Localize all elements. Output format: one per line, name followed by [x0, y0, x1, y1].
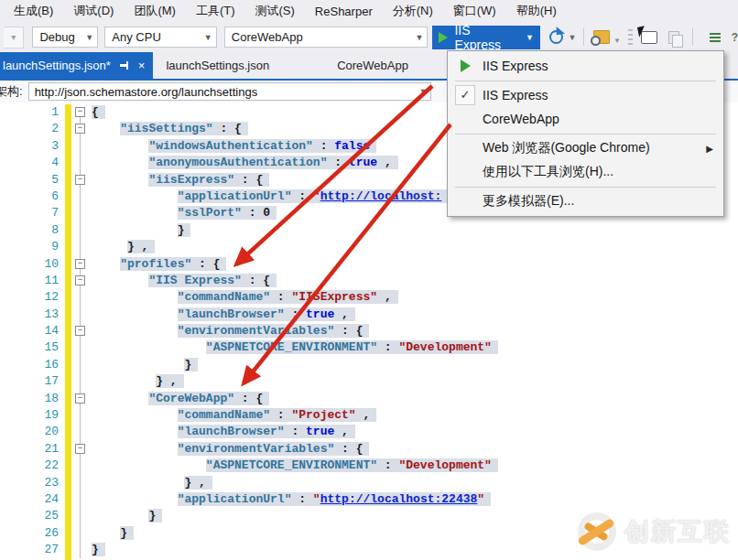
line-number: 26: [0, 525, 59, 542]
run-menu-item[interactable]: IIS Express: [448, 54, 723, 78]
schema-url-value: http://json.schemastore.org/launchsettin…: [29, 85, 417, 99]
watermark-logo-icon: [578, 512, 616, 551]
schema-label: 架构:: [0, 83, 23, 100]
line-number: 19: [0, 407, 59, 424]
start-debugging-label: IIS Express: [454, 23, 517, 52]
fold-toggle-icon[interactable]: −: [75, 259, 85, 269]
solution-configuration-combo[interactable]: Debug ▼: [32, 27, 98, 48]
line-number: 20: [0, 424, 59, 440]
code-line[interactable]: 24 "applicationUrl" : "http://localhost:…: [0, 491, 738, 508]
line-number: 9: [0, 239, 59, 255]
fold-toggle-icon[interactable]: −: [75, 444, 85, 454]
startup-project-combo[interactable]: CoreWebApp ▼: [224, 27, 429, 48]
run-menu-item-label: IIS Express: [483, 88, 548, 102]
pin-icon[interactable]: [120, 60, 130, 70]
menu-item[interactable]: 团队(M): [124, 1, 186, 21]
watermark: 创新互联: [578, 512, 731, 551]
menu-separator: [455, 187, 716, 188]
fold-toggle-icon[interactable]: −: [75, 107, 85, 117]
line-number: 17: [0, 373, 59, 390]
toolbar: ▾ Debug ▼ Any CPU ▼ CoreWebApp ▼ IIS Exp…: [0, 22, 738, 52]
code-line[interactable]: 10− "profiles" : {: [0, 256, 738, 273]
attach-to-process-icon[interactable]: [593, 30, 610, 44]
watermark-text: 创新互联: [624, 515, 731, 548]
menu-item[interactable]: 分析(N): [383, 1, 443, 21]
close-icon[interactable]: ×: [138, 59, 146, 71]
code-line[interactable]: 15 "ASPNETCORE_ENVIRONMENT" : "Developme…: [0, 339, 738, 356]
chevron-down-icon: ▼: [81, 33, 97, 42]
tab-launchsettings-active[interactable]: launchSettings.json* ×: [0, 52, 153, 79]
line-number: 5: [0, 172, 59, 188]
run-menu-item[interactable]: 使用以下工具浏览(H)...: [448, 160, 723, 184]
menu-bar: 生成(B)调试(D)团队(M)工具(T)测试(S)ReSharper分析(N)窗…: [0, 0, 738, 22]
copy-icon[interactable]: [668, 31, 679, 44]
fold-toggle-icon[interactable]: −: [75, 175, 85, 185]
code-line[interactable]: 18− "CoreWebApp" : {: [0, 391, 738, 407]
tab-launchsettings[interactable]: launchSettings.json: [153, 52, 282, 79]
code-line[interactable]: 23 } ,: [0, 475, 738, 491]
fold-toggle-icon[interactable]: −: [75, 326, 85, 336]
menu-item[interactable]: 窗口(W): [443, 1, 506, 21]
refresh-icon[interactable]: [549, 30, 563, 44]
chevron-down-icon[interactable]: ▼: [613, 37, 621, 45]
line-number: 11: [0, 273, 59, 289]
code-text: "anonymousAuthentication" : true ,: [0, 155, 398, 171]
chevron-down-icon: ▼: [526, 33, 534, 42]
submenu-arrow-icon: ▶: [706, 144, 713, 154]
run-menu-item[interactable]: Web 浏览器(Google Chrome)▶: [448, 136, 723, 160]
code-line[interactable]: 17 } ,: [0, 373, 738, 390]
code-text: "ASPNETCORE_ENVIRONMENT" : "Development": [0, 458, 498, 474]
fold-toggle-icon[interactable]: −: [75, 275, 85, 285]
play-icon: [448, 59, 483, 72]
fold-toggle-icon[interactable]: −: [75, 393, 85, 404]
fold-toggle-icon[interactable]: −: [75, 124, 85, 134]
line-number: 12: [0, 289, 59, 306]
line-number: 18: [0, 391, 59, 407]
chevron-down-icon[interactable]: ▼: [569, 33, 577, 42]
solution-configuration-value: Debug: [33, 30, 81, 44]
menu-item[interactable]: 测试(S): [245, 1, 305, 21]
code-line[interactable]: 21− "environmentVariables" : {: [0, 441, 738, 458]
format-lines-icon[interactable]: [710, 33, 721, 42]
schema-combo[interactable]: http://json.schemastore.org/launchsettin…: [28, 82, 431, 101]
run-menu-item[interactable]: ✓IIS Express: [448, 83, 723, 107]
run-menu-item-label: CoreWebApp: [483, 112, 559, 126]
menu-separator: [455, 134, 716, 135]
line-number: 14: [0, 323, 59, 339]
code-line[interactable]: 13 "launchBrowser" : true ,: [0, 307, 738, 323]
run-menu-item-label: IIS Express: [483, 59, 548, 73]
code-line[interactable]: 9 } ,: [0, 239, 738, 255]
run-menu-item[interactable]: 更多模拟器(E)...: [448, 189, 723, 213]
line-number: 10: [0, 256, 59, 273]
code-line[interactable]: 14− "environmentVariables" : {: [0, 323, 738, 339]
start-debugging-button[interactable]: IIS Express ▼: [432, 26, 540, 49]
toolbar-grip[interactable]: [628, 29, 633, 46]
tab-title: launchSettings.json: [166, 59, 269, 72]
code-line[interactable]: 11− "IIS Express" : {: [0, 273, 738, 289]
code-text: "applicationUrl" : "http://localhost:224…: [0, 491, 491, 508]
code-line[interactable]: 19 "commandName" : "Project" ,: [0, 407, 738, 424]
line-number: 4: [0, 155, 59, 171]
clipped-combo-caret[interactable]: ▾: [4, 27, 24, 48]
line-number: 23: [0, 475, 59, 491]
code-line[interactable]: 16 }: [0, 357, 738, 373]
line-number: 6: [0, 188, 59, 205]
menu-item[interactable]: 生成(B): [4, 1, 63, 21]
clipped-comment-icon[interactable]: ?: [732, 31, 738, 44]
chevron-down-icon: ▼: [411, 33, 427, 42]
play-icon: [439, 32, 448, 43]
solution-platform-combo[interactable]: Any CPU ▼: [104, 27, 216, 48]
code-line[interactable]: 22 "ASPNETCORE_ENVIRONMENT" : "Developme…: [0, 458, 738, 474]
code-line[interactable]: 20 "launchBrowser" : true ,: [0, 424, 738, 440]
tab-corewebapp[interactable]: CoreWebApp: [324, 52, 421, 79]
menu-item[interactable]: 帮助(H): [506, 1, 567, 21]
menu-item[interactable]: 调试(D): [63, 1, 124, 21]
code-line[interactable]: 8 }: [0, 222, 738, 239]
menu-item[interactable]: ReSharper: [305, 3, 383, 20]
code-line[interactable]: 12 "commandName" : "IISExpress" ,: [0, 289, 738, 306]
navigate-cursor-icon[interactable]: [641, 31, 658, 44]
menu-item[interactable]: 工具(T): [186, 1, 245, 21]
line-number: 2: [0, 121, 59, 137]
run-menu-item[interactable]: CoreWebApp: [448, 107, 723, 131]
run-menu-item-label: 使用以下工具浏览(H)...: [483, 164, 613, 180]
